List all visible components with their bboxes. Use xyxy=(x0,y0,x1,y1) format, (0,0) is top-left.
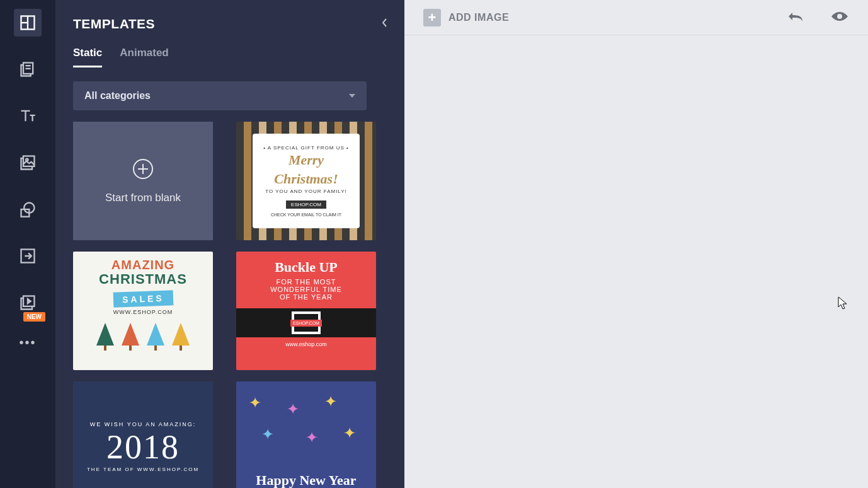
plus-icon: + xyxy=(423,9,441,26)
rail-images[interactable] xyxy=(14,149,42,177)
add-image-button[interactable]: + ADD IMAGE xyxy=(423,9,509,26)
plus-circle-icon xyxy=(132,158,154,180)
template-tabs: Static Animated xyxy=(55,39,404,67)
rail-import[interactable] xyxy=(14,242,42,270)
template-card[interactable]: AMAZING CHRISTMAS SALES WWW.ESHOP.COM xyxy=(73,252,213,370)
chevron-left-icon xyxy=(382,18,388,28)
images-icon xyxy=(19,154,37,171)
rail-more[interactable]: ••• xyxy=(19,335,36,350)
svg-rect-6 xyxy=(23,156,35,166)
canvas-toolbar: + ADD IMAGE xyxy=(404,0,868,35)
template-card[interactable]: ✦ ✦ ✦ ✦ ✦ ✦ Happy New Year WWW.ECARD.COM xyxy=(236,381,376,488)
tab-static[interactable]: Static xyxy=(73,47,102,67)
category-dropdown[interactable]: All categories xyxy=(73,81,367,110)
rail-text[interactable] xyxy=(14,102,42,130)
template-card[interactable]: • A SPECIAL GIFT FROM US • Merry Christm… xyxy=(236,122,376,240)
new-badge: NEW xyxy=(23,312,45,322)
undo-icon xyxy=(786,8,805,25)
rail-shapes[interactable] xyxy=(14,195,42,223)
cursor-icon xyxy=(838,296,848,310)
template-blank[interactable]: Start from blank xyxy=(73,122,213,240)
tab-animated[interactable]: Animated xyxy=(120,47,168,67)
svg-marker-12 xyxy=(28,299,31,303)
template-card[interactable]: WE WISH YOU AN AMAZING: 2018 THE TEAM OF… xyxy=(73,381,213,488)
rail-layers[interactable] xyxy=(14,55,42,83)
add-image-label: ADD IMAGE xyxy=(448,12,509,23)
templates-panel: TEMPLATES Static Animated All categories… xyxy=(55,0,404,488)
panel-title: TEMPLATES xyxy=(73,16,155,32)
canvas-area: + ADD IMAGE ALL THE BEST! CHRISTMAS SALE… xyxy=(404,0,868,488)
rail-templates[interactable] xyxy=(14,9,42,37)
rail-video[interactable]: NEW xyxy=(14,289,42,317)
template-card[interactable]: Buckle UP FOR THE MOST WONDERFUL TIME OF… xyxy=(236,252,376,370)
import-icon xyxy=(19,247,37,265)
left-rail: NEW ••• xyxy=(0,0,55,488)
template-grid[interactable]: Start from blank • A SPECIAL GIFT FROM U… xyxy=(55,122,404,488)
canvas-stage[interactable]: ALL THE BEST! CHRISTMAS SALE Use code ME… xyxy=(404,35,868,488)
blank-label: Start from blank xyxy=(105,192,181,204)
category-label: All categories xyxy=(84,90,151,102)
undo-button[interactable] xyxy=(786,8,805,27)
pages-icon xyxy=(19,61,37,78)
grid-icon xyxy=(19,14,37,32)
chevron-down-icon xyxy=(349,94,355,98)
preview-button[interactable] xyxy=(830,8,849,27)
eye-icon xyxy=(830,8,849,25)
shapes-icon xyxy=(19,200,37,218)
video-icon xyxy=(19,294,37,311)
collapse-panel-button[interactable] xyxy=(379,15,391,33)
text-icon xyxy=(19,107,37,125)
